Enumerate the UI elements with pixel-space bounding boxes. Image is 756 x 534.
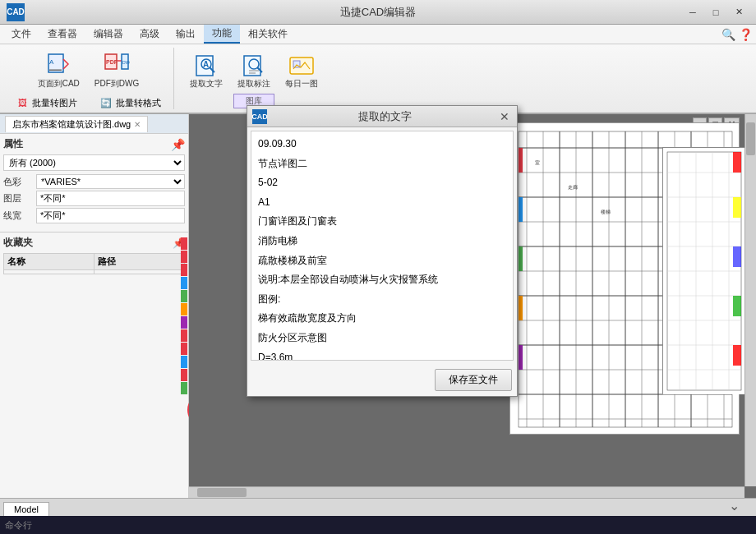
svg-text:DWG: DWG — [122, 60, 130, 65]
pin-icon[interactable]: 📌 — [171, 138, 185, 151]
batch-image-icon: 🖼 — [16, 96, 29, 109]
svg-text:A: A — [49, 58, 54, 66]
menu-item-advanced[interactable]: 高级 — [131, 25, 168, 44]
save-to-file-button[interactable]: 保存至文件 — [435, 369, 512, 391]
menu-item-function[interactable]: 功能 — [204, 25, 240, 44]
doc-tab-item[interactable]: 启东市档案馆建筑设计图.dwg ✕ — [5, 116, 148, 132]
menu-item-editor[interactable]: 编辑器 — [85, 25, 131, 44]
dialog-line-2[interactable]: 5-02 — [255, 173, 509, 193]
ribbon-group-extract: A 提取文字 提取标注 — [177, 48, 330, 109]
minimize-button[interactable]: ─ — [682, 4, 703, 21]
dialog-line-8[interactable]: 图例: — [255, 290, 509, 310]
dialog-line-3[interactable]: A1 — [255, 193, 509, 213]
dialog-cad-icon: CAD — [252, 109, 267, 124]
properties-panel: 属性 📌 所有 (2000) 色彩 *VARIES* 图层 *不同* 线宽 *不… — [0, 134, 188, 228]
dialog-content[interactable]: 09.09.30 节点详图二 5-02 A1 门窗详图及门窗表 消防电梯 疏散楼… — [251, 131, 514, 361]
menu-item-software[interactable]: 相关软件 — [240, 25, 296, 44]
pdf-to-dwg-icon: PDF DWG — [104, 53, 130, 79]
help-icon[interactable]: ❓ — [739, 28, 753, 41]
app-icon: CAD — [7, 3, 25, 21]
favorites-panel: 收藏夹 📌 名称 路径 — [0, 232, 188, 278]
batch-to-image-button[interactable]: 🖼 批量转图片 — [10, 94, 87, 112]
canvas-scrollbar-vertical[interactable] — [744, 114, 756, 486]
scroll-thumb-h[interactable] — [197, 488, 247, 497]
dialog-footer: 保存至文件 — [247, 364, 517, 396]
svg-text:PDF: PDF — [106, 59, 118, 65]
extract-text-icon: A — [193, 53, 219, 79]
page-to-cad-label: 页面到CAD — [38, 79, 80, 89]
dialog-line-1[interactable]: 节点详图二 — [255, 154, 509, 174]
command-label: 命令行 — [5, 519, 32, 532]
menu-item-file[interactable]: 文件 — [3, 25, 39, 44]
extract-text-label: 提取文字 — [190, 79, 223, 89]
daily-image-button[interactable]: 每日一图 — [279, 49, 324, 92]
prop-color-label: 色彩 — [3, 176, 36, 188]
canvas-scrollbar-horizontal[interactable] — [189, 486, 744, 498]
doc-tab: 启东市档案馆建筑设计图.dwg ✕ — [0, 114, 188, 134]
batch-image-label: 批量转图片 — [32, 97, 77, 109]
page-to-cad-icon: A ▬▬▬ — [45, 53, 71, 79]
title-bar: CAD 迅捷CAD编辑器 ─ □ ✕ — [0, 0, 756, 25]
extract-text-button[interactable]: A 提取文字 — [184, 49, 228, 92]
menu-item-viewer[interactable]: 查看器 — [39, 25, 85, 44]
dialog-title: 提取的文字 — [272, 109, 497, 124]
extract-dialog: CAD 提取的文字 ✕ 09.09.30 节点详图二 5-02 A1 门窗详图及… — [247, 105, 518, 397]
extract-buttons: A 提取文字 提取标注 — [184, 49, 324, 92]
pdf-to-dwg-label: PDF到DWG — [94, 79, 139, 89]
maximize-button[interactable]: □ — [705, 4, 726, 21]
prop-linewidth-value: *不同* — [36, 208, 185, 223]
window-controls: ─ □ ✕ — [682, 4, 749, 21]
left-panel: 启东市档案馆建筑设计图.dwg ✕ 属性 📌 所有 (2000) 色彩 *VAR… — [0, 114, 189, 498]
dialog-line-0[interactable]: 09.09.30 — [255, 135, 509, 154]
prop-layer-value: *不同* — [36, 191, 185, 206]
menu-bar: 文件 查看器 编辑器 高级 输出 功能 相关软件 🔍 ❓ — [0, 25, 756, 44]
svg-rect-74 — [733, 296, 741, 316]
svg-rect-75 — [733, 345, 741, 366]
cad-mini-panel — [662, 147, 744, 394]
pdf-to-dwg-button[interactable]: PDF DWG PDF到DWG — [89, 49, 145, 92]
col-name: 名称 — [4, 254, 94, 270]
dialog-line-9[interactable]: 梯有效疏散宽度及方向 — [255, 309, 509, 329]
svg-rect-52 — [519, 197, 523, 222]
prop-color-select[interactable]: *VARIES* — [36, 174, 185, 189]
svg-rect-54 — [519, 296, 523, 320]
prop-row-linewidth: 线宽 *不同* — [3, 208, 185, 223]
prop-row-layer: 图层 *不同* — [3, 191, 185, 206]
dialog-line-10[interactable]: 防火分区示意图 — [255, 329, 509, 348]
close-button[interactable]: ✕ — [728, 4, 749, 21]
extract-mark-icon — [241, 53, 267, 79]
dialog-line-4[interactable]: 门窗详图及门窗表 — [255, 212, 509, 232]
svg-rect-51 — [519, 148, 523, 173]
prop-row-color: 色彩 *VARIES* — [3, 174, 185, 189]
convert-large-buttons: A ▬▬▬ 页面到CAD PDF DWG P — [32, 49, 145, 92]
scroll-thumb-v[interactable] — [746, 122, 755, 155]
prop-select-all[interactable]: 所有 (2000) — [3, 154, 185, 171]
ribbon-group-convert: A ▬▬▬ 页面到CAD PDF DWG P — [3, 48, 174, 109]
model-tab-scroll[interactable]: ⌄ — [729, 498, 740, 513]
dialog-line-5[interactable]: 消防电梯 — [255, 232, 509, 251]
prop-header: 属性 📌 — [3, 137, 185, 151]
svg-rect-55 — [519, 345, 523, 370]
page-to-cad-button[interactable]: A ▬▬▬ 页面到CAD — [32, 49, 85, 92]
layer-markers — [181, 237, 187, 394]
menu-item-output[interactable]: 输出 — [168, 25, 204, 44]
svg-rect-71 — [733, 152, 741, 173]
model-tab[interactable]: Model — [3, 502, 49, 516]
ribbon: A ▬▬▬ 页面到CAD PDF DWG P — [0, 44, 756, 114]
dialog-close-button[interactable]: ✕ — [497, 109, 512, 124]
daily-image-label: 每日一图 — [285, 79, 318, 89]
extract-mark-button[interactable]: 提取标注 — [232, 49, 276, 92]
svg-text:▬▬▬: ▬▬▬ — [49, 67, 62, 71]
batch-format-icon: 🔄 — [99, 96, 113, 109]
dialog-line-7[interactable]: 说明:本层全部设自动喷淋与火灾报警系统 — [255, 270, 509, 290]
doc-tab-close[interactable]: ✕ — [134, 120, 141, 129]
dialog-line-6[interactable]: 疏散楼梯及前室 — [255, 251, 509, 271]
favorites-title: 收藏夹 — [3, 236, 33, 250]
help-search-icon: 🔍 — [721, 28, 735, 41]
svg-text:室: 室 — [535, 159, 540, 165]
dialog-line-11[interactable]: D=3.6m — [255, 348, 509, 361]
model-tab-bar: Model ⌄ — [0, 498, 756, 516]
extract-mark-label: 提取标注 — [237, 79, 270, 89]
prop-linewidth-label: 线宽 — [3, 209, 36, 222]
batch-format-button[interactable]: 🔄 批量转格式 — [94, 94, 167, 112]
